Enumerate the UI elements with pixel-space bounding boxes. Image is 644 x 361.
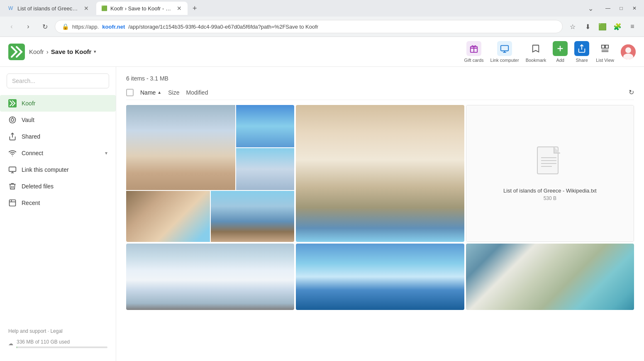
breadcrumb-home[interactable]: Koofr (29, 48, 44, 55)
file-area: 6 items - 3.1 MB Name ▲ Size Modified ↻ (116, 67, 644, 361)
avatar[interactable] (621, 44, 636, 59)
breadcrumb: Koofr › Save to Koofr ▾ (29, 48, 96, 55)
file-controls: Name ▲ Size Modified ↻ (126, 88, 634, 100)
sidebar-label-vault: Vault (22, 117, 34, 123)
back-button[interactable]: ‹ (5, 20, 18, 33)
connect-icon (8, 149, 17, 157)
search-box (7, 73, 109, 88)
add-icon (553, 41, 568, 56)
storage-bar-container (17, 346, 107, 348)
breadcrumb-current: Save to Koofr (51, 48, 92, 55)
extension-button[interactable]: 🟩 (596, 20, 609, 33)
tab-active[interactable]: 🟩 Koofr › Save to Koofr - Koofr ✕ (96, 2, 188, 15)
file-item-courtyard[interactable] (296, 105, 464, 242)
file-item-windmill[interactable] (126, 244, 294, 310)
windmill-photo (126, 244, 294, 310)
items-count: 6 items - 3.1 MB (126, 75, 168, 82)
gift-cards-label: Gift cards (464, 58, 483, 63)
recent-icon (8, 199, 17, 207)
list-view-label: List View (596, 58, 614, 63)
window-controls: — □ ✕ (602, 2, 641, 15)
link-computer-label: Link computer (490, 58, 519, 63)
file-item-collage[interactable] (126, 105, 294, 242)
tab-inactive[interactable]: W List of islands of Greece - Wikip ✕ (3, 2, 95, 15)
minimize-button[interactable]: — (602, 2, 614, 15)
sidebar-item-connect[interactable]: Connect ▾ (0, 145, 116, 161)
menu-button[interactable]: ≡ (626, 20, 639, 33)
address-protocol: https://app. (72, 24, 99, 30)
collage-main-photo (126, 105, 235, 190)
gift-cards-icon (466, 41, 481, 56)
main-content: Koofr Vault Shared Connect (0, 67, 644, 361)
tab-favicon-2: 🟩 (101, 5, 107, 11)
sidebar: Koofr Vault Shared Connect (0, 67, 116, 361)
svg-point-15 (625, 47, 631, 53)
svg-rect-4 (501, 45, 508, 51)
share-button[interactable]: Share (574, 41, 589, 63)
col-modified-header[interactable]: Modified (186, 89, 208, 96)
col-name-label: Name (140, 89, 156, 96)
help-links: Help and support · Legal (8, 328, 107, 334)
file-item-flag[interactable] (296, 244, 464, 310)
add-button[interactable]: Add (553, 41, 568, 63)
browser-chrome: W List of islands of Greece - Wikip ✕ 🟩 … (0, 0, 644, 37)
courtyard-photo (296, 105, 464, 242)
list-view-icon (598, 41, 612, 56)
list-view-button[interactable]: List View (596, 41, 614, 63)
collage-bottom-left (126, 191, 210, 242)
extensions-button[interactable]: 🧩 (611, 20, 624, 33)
svg-point-22 (12, 156, 13, 156)
tab-close-1[interactable]: ✕ (83, 5, 90, 12)
gift-cards-button[interactable]: Gift cards (464, 41, 483, 63)
tab-favicon-1: W (8, 5, 14, 11)
file-item-aerial[interactable] (466, 244, 634, 310)
flag-photo (296, 244, 464, 310)
toolbar-right: ☆ ⬇ 🟩 🧩 ≡ (566, 20, 639, 33)
sidebar-item-vault[interactable]: Vault (0, 112, 116, 128)
reload-button[interactable]: ↻ (38, 20, 51, 33)
tab-bar: W List of islands of Greece - Wikip ✕ 🟩 … (0, 0, 644, 17)
col-name-header[interactable]: Name ▲ (140, 89, 161, 96)
download-button[interactable]: ⬇ (581, 20, 594, 33)
address-input[interactable]: 🔒 https://app.koofr.net/app/storage/1c15… (55, 20, 563, 33)
col-size-header[interactable]: Size (168, 89, 179, 96)
new-tab-button[interactable]: + (189, 4, 200, 13)
svg-rect-23 (9, 167, 16, 171)
svg-rect-26 (10, 200, 16, 206)
koofr-logo[interactable] (8, 44, 25, 60)
tab-close-2[interactable]: ✕ (176, 5, 183, 12)
shared-icon (8, 132, 17, 141)
breadcrumb-dropdown-button[interactable]: ▾ (94, 49, 96, 54)
refresh-icon[interactable]: ↻ (629, 88, 634, 96)
link-computer-sidebar-icon (8, 166, 17, 174)
bookmark-star-button[interactable]: ☆ (566, 20, 579, 33)
address-bar: ‹ › ↻ 🔒 https://app.koofr.net/app/storag… (0, 17, 644, 37)
file-grid-row2 (126, 244, 634, 310)
logo-area: Koofr › Save to Koofr ▾ (8, 44, 96, 60)
svg-point-19 (11, 119, 14, 122)
storage-bar-fill (17, 346, 17, 348)
close-button[interactable]: ✕ (628, 2, 641, 15)
sidebar-item-deleted[interactable]: Deleted files (0, 178, 116, 195)
document-preview: List of islands of Greece - Wikipedia.tx… (466, 105, 634, 242)
file-item-document[interactable]: List of islands of Greece - Wikipedia.tx… (466, 105, 634, 242)
vault-icon (8, 116, 17, 124)
sidebar-item-recent[interactable]: Recent (0, 195, 116, 211)
maximize-button[interactable]: □ (615, 2, 627, 15)
sidebar-item-link-computer[interactable]: Link this computer (0, 161, 116, 178)
svg-rect-10 (602, 45, 605, 48)
sidebar-label-recent: Recent (22, 200, 40, 206)
bookmark-icon (528, 41, 543, 56)
document-name: List of islands of Greece - Wikipedia.tx… (498, 188, 602, 194)
link-computer-button[interactable]: Link computer (490, 41, 519, 63)
legal-link[interactable]: Legal (50, 328, 62, 334)
forward-button[interactable]: › (22, 20, 35, 33)
tab-dropdown[interactable]: ⌄ (585, 3, 597, 14)
search-input[interactable] (7, 73, 109, 88)
sidebar-item-shared[interactable]: Shared (0, 128, 116, 145)
select-all-checkbox[interactable] (126, 89, 134, 96)
help-link[interactable]: Help and support (8, 328, 46, 334)
collage-top-right (236, 105, 294, 147)
bookmark-button[interactable]: Bookmark (526, 41, 546, 63)
sidebar-item-koofr[interactable]: Koofr (0, 95, 116, 112)
